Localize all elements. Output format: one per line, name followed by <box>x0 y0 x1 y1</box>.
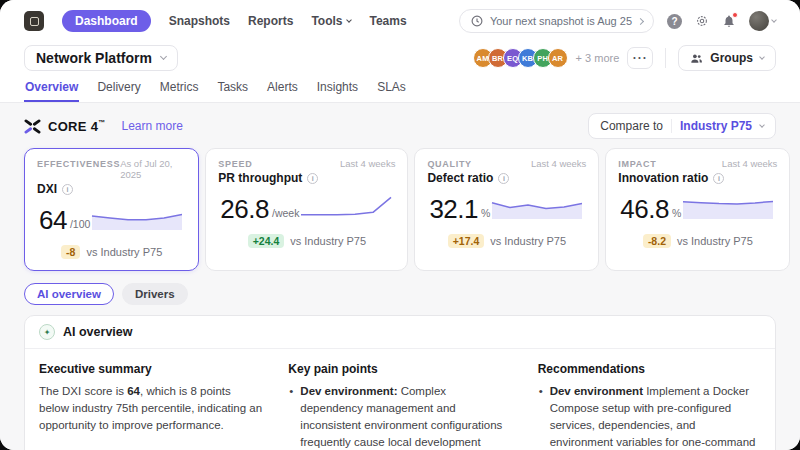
workspace-header: Network Platform AM BR EQ KB PH AR + 3 m… <box>0 40 800 71</box>
app-window: Dashboard Snapshots Reports Tools Teams … <box>0 0 800 450</box>
compare-to-value: Industry P75 <box>680 119 752 133</box>
ai-overview-body: Executive summary The DXI score is 64, w… <box>25 349 775 450</box>
tab-metrics[interactable]: Metrics <box>159 73 200 102</box>
delta-badge: +17.4 <box>448 234 485 248</box>
tab-slas[interactable]: SLAs <box>376 73 407 102</box>
metric-name: Innovation ratio <box>618 171 708 185</box>
chevron-down-icon <box>160 53 167 60</box>
tab-alerts[interactable]: Alerts <box>266 73 299 102</box>
ai-overview-panel: ✦ AI overview Executive summary The DXI … <box>24 315 776 450</box>
core4-header-row: CORE 4™ Learn more Compare to Industry P… <box>24 113 776 139</box>
compare-to-selector[interactable]: Compare to Industry P75 <box>588 113 776 139</box>
chevron-down-icon <box>347 17 353 23</box>
info-icon[interactable]: i <box>498 173 509 184</box>
workspace-selector[interactable]: Network Platform <box>24 45 178 71</box>
card-period: Last 4 weeks <box>722 158 777 169</box>
executive-summary-heading: Executive summary <box>39 362 262 376</box>
metric-card-dxi[interactable]: EFFECTIVENESS As of Jul 20, 2025 DXI i 6… <box>24 148 199 271</box>
metric-value: 64 <box>39 205 67 236</box>
vs-label: vs Industry P75 <box>490 235 566 247</box>
avatar[interactable]: AR <box>548 48 568 68</box>
next-snapshot-label: Your next snapshot is Aug 25 <box>490 15 632 27</box>
groups-label: Groups <box>710 51 753 65</box>
info-icon[interactable]: i <box>307 173 318 184</box>
nav-item-teams[interactable]: Teams <box>369 14 406 28</box>
chevron-down-icon <box>771 17 777 23</box>
top-navbar: Dashboard Snapshots Reports Tools Teams … <box>0 0 800 40</box>
sparkline-chart <box>490 193 584 225</box>
metric-name: DXI <box>37 182 57 196</box>
notifications-bell[interactable] <box>722 14 736 28</box>
sparkline-chart <box>90 204 184 236</box>
nav-item-dashboard[interactable]: Dashboard <box>62 10 151 32</box>
avatar-stack[interactable]: AM BR EQ KB PH AR <box>473 48 568 68</box>
tab-delivery[interactable]: Delivery <box>96 73 141 102</box>
metric-unit: % <box>672 207 681 219</box>
metric-unit: % <box>481 207 490 219</box>
user-avatar <box>749 11 769 31</box>
chevron-down-icon <box>759 122 765 128</box>
metric-name: PR throughput <box>218 171 302 185</box>
recommendations-heading: Recommendations <box>538 362 761 376</box>
metric-card-innovation-ratio[interactable]: IMPACT Last 4 weeks Innovation ratio i 4… <box>605 148 790 271</box>
main-content: CORE 4™ Learn more Compare to Industry P… <box>0 103 800 450</box>
nav-item-tools[interactable]: Tools <box>311 14 351 28</box>
metric-unit: /100 <box>70 218 90 230</box>
key-pain-points-heading: Key pain points <box>288 362 511 376</box>
core4-brand: CORE 4™ <box>24 119 106 134</box>
pain-point-item: Dev environment: Complex dependency mana… <box>288 383 511 450</box>
executive-summary-text: The DXI score is 64, which is 8 points b… <box>39 383 262 434</box>
info-icon[interactable]: i <box>713 173 724 184</box>
compare-to-label: Compare to <box>600 119 663 133</box>
metric-card-pr-throughput[interactable]: SPEED Last 4 weeks PR throughput i 26.8 … <box>205 148 408 271</box>
team-cluster: AM BR EQ KB PH AR + 3 more ··· Groups <box>473 45 776 71</box>
gear-icon[interactable] <box>695 14 709 28</box>
help-icon[interactable]: ? <box>667 14 682 29</box>
metric-name: Defect ratio <box>427 171 493 185</box>
delta-badge: +24.4 <box>248 234 285 248</box>
card-period: Last 4 weeks <box>340 158 395 169</box>
vs-label: vs Industry P75 <box>677 235 753 247</box>
tab-insights[interactable]: Insights <box>316 73 359 102</box>
metric-unit: /week <box>272 207 299 219</box>
metric-cards-row: EFFECTIVENESS As of Jul 20, 2025 DXI i 6… <box>24 148 776 271</box>
user-menu[interactable] <box>749 11 776 31</box>
card-category: QUALITY <box>427 159 471 169</box>
workspace-title: Network Platform <box>36 50 152 66</box>
overflow-menu-button[interactable]: ··· <box>627 47 653 69</box>
divider <box>671 119 672 133</box>
ai-overview-title: AI overview <box>63 325 132 339</box>
tab-overview[interactable]: Overview <box>24 73 79 102</box>
nav-item-reports[interactable]: Reports <box>248 14 293 28</box>
clock-icon <box>470 14 484 28</box>
tab-tasks[interactable]: Tasks <box>216 73 249 102</box>
info-icon[interactable]: i <box>62 184 73 195</box>
delta-badge: -8 <box>61 245 80 259</box>
key-pain-points-column: Key pain points Dev environment: Complex… <box>288 362 511 450</box>
view-pills: AI overview Drivers <box>24 283 776 305</box>
card-category: IMPACT <box>618 159 656 169</box>
core4-title: CORE 4™ <box>48 119 106 134</box>
vs-label: vs Industry P75 <box>290 235 366 247</box>
learn-more-link[interactable]: Learn more <box>122 119 183 133</box>
executive-summary-column: Executive summary The DXI score is 64, w… <box>39 362 262 450</box>
navbar-right-cluster: Your next snapshot is Aug 25 ? <box>459 9 776 33</box>
core4-logo-icon <box>24 119 41 134</box>
metric-card-defect-ratio[interactable]: QUALITY Last 4 weeks Defect ratio i 32.1… <box>414 148 599 271</box>
sparkline-chart <box>299 193 393 225</box>
pill-drivers[interactable]: Drivers <box>122 283 188 305</box>
notification-dot <box>732 12 738 18</box>
metric-value: 32.1 <box>429 194 478 225</box>
app-logo-icon[interactable] <box>24 11 44 31</box>
groups-button[interactable]: Groups <box>678 45 776 71</box>
more-members-label[interactable]: + 3 more <box>576 52 620 64</box>
nav-item-snapshots[interactable]: Snapshots <box>169 14 230 28</box>
next-snapshot-pill[interactable]: Your next snapshot is Aug 25 <box>459 9 654 33</box>
chevron-right-icon <box>637 17 644 24</box>
ai-overview-header: ✦ AI overview <box>25 316 775 349</box>
delta-badge: -8.2 <box>643 234 671 248</box>
pill-ai-overview[interactable]: AI overview <box>24 283 114 305</box>
recommendations-column: Recommendations Dev environment Implemen… <box>538 362 761 450</box>
card-category: EFFECTIVENESS <box>37 159 120 169</box>
chevron-down-icon <box>759 54 765 60</box>
